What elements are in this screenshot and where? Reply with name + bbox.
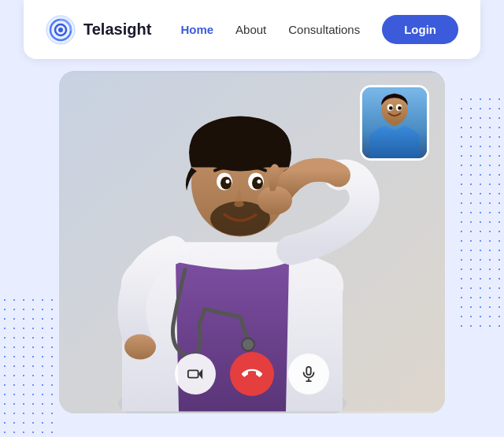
svg-rect-27 xyxy=(188,370,198,377)
mic-icon xyxy=(300,365,317,383)
svg-point-15 xyxy=(252,177,263,190)
svg-point-14 xyxy=(220,177,232,190)
logo-icon xyxy=(46,15,76,45)
video-container xyxy=(59,71,445,413)
dots-left-decoration xyxy=(0,295,55,437)
nav-consultations[interactable]: Consultations xyxy=(288,23,360,36)
video-icon xyxy=(187,365,204,383)
svg-point-25 xyxy=(389,106,393,110)
page-wrapper: Telasight Home About Consultations Login xyxy=(0,0,504,437)
end-call-icon xyxy=(242,364,262,384)
mic-toggle-button[interactable] xyxy=(288,354,329,394)
svg-point-19 xyxy=(124,335,156,360)
end-call-button[interactable] xyxy=(230,352,274,396)
login-button[interactable]: Login xyxy=(382,15,458,44)
navbar: Telasight Home About Consultations Login xyxy=(24,0,480,59)
svg-point-16 xyxy=(226,180,230,183)
thumbnail-person-illustration xyxy=(362,87,427,158)
thumbnail-video xyxy=(360,85,429,161)
nav-home[interactable]: Home xyxy=(180,23,213,36)
logo-area: Telasight xyxy=(46,15,151,45)
nav-links: Home About Consultations Login xyxy=(180,15,458,44)
svg-rect-29 xyxy=(306,367,311,375)
brand-name: Telasight xyxy=(83,20,151,39)
dots-right-decoration xyxy=(457,94,504,331)
video-toggle-button[interactable] xyxy=(175,354,216,394)
svg-point-17 xyxy=(258,180,261,183)
call-controls xyxy=(175,352,329,396)
nav-about[interactable]: About xyxy=(235,23,266,36)
svg-point-3 xyxy=(58,28,63,32)
svg-point-26 xyxy=(398,106,402,110)
main-video xyxy=(59,71,445,413)
svg-point-7 xyxy=(242,339,254,351)
svg-marker-28 xyxy=(198,369,202,380)
